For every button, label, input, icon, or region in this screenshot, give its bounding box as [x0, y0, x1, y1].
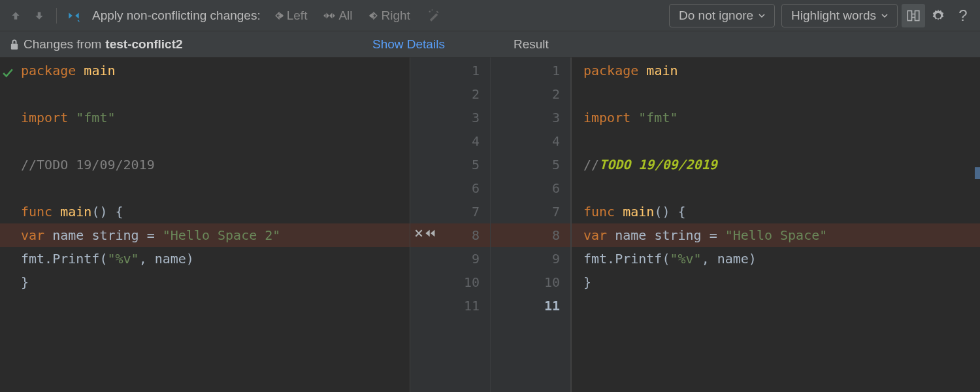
show-details-link[interactable]: Show Details: [372, 37, 445, 52]
svg-point-4: [936, 14, 940, 18]
left-code: package main import "fmt" //TODO 19/09/2…: [0, 57, 410, 294]
changes-from-prefix: Changes from: [24, 37, 101, 52]
merge-actions[interactable]: [414, 229, 436, 238]
ignore-dropdown[interactable]: Do not ignore: [669, 4, 775, 27]
scroll-marker: [975, 167, 980, 179]
chevron-down-icon: [759, 13, 765, 18]
diff-editor: package main import "fmt" //TODO 19/09/2…: [0, 57, 980, 392]
svg-rect-3: [915, 10, 919, 20]
svg-point-0: [429, 10, 431, 12]
apply-left-label: Left: [287, 8, 308, 23]
diff-tabbar: Changes from test-conflict2 Show Details…: [0, 31, 980, 57]
changes-from-tab: Changes from test-conflict2: [0, 37, 183, 52]
gear-icon: [931, 8, 945, 23]
merge-toolbar: Apply non-conflicting changes: Left All …: [0, 0, 980, 31]
apply-right-label: Right: [382, 8, 410, 23]
prev-diff-icon[interactable]: [5, 5, 26, 26]
apply-label: Apply non-conflicting changes:: [92, 8, 261, 23]
left-code-pane[interactable]: package main import "fmt" //TODO 19/09/2…: [0, 57, 410, 392]
line-gutter: 1 2 3 4 5 6 7 8 9 10 11 1 2 3 4 5 6: [410, 57, 571, 392]
changes-from-branch: test-conflict2: [105, 37, 182, 52]
apply-all-button[interactable]: All: [316, 6, 359, 25]
apply-right-button[interactable]: Right: [362, 6, 417, 25]
right-code: package main import "fmt" //TODO 19/09/2…: [572, 57, 980, 294]
checkmark-icon: [3, 61, 13, 85]
highlight-dropdown-label: Highlight words: [791, 8, 876, 23]
svg-rect-2: [907, 10, 911, 20]
result-tab: Result: [514, 37, 549, 52]
ignore-dropdown-label: Do not ignore: [679, 8, 753, 23]
gutter-right: 1 2 3 4 5 6 7 8 9 10 11: [490, 57, 570, 392]
apply-all-label: All: [338, 8, 352, 23]
reject-icon[interactable]: [414, 229, 423, 238]
help-button[interactable]: ?: [951, 4, 975, 27]
svg-point-1: [431, 9, 433, 10]
next-diff-icon[interactable]: [29, 5, 50, 26]
right-code-pane[interactable]: package main import "fmt" //TODO 19/09/2…: [571, 57, 980, 392]
magic-resolve-icon[interactable]: [423, 5, 444, 26]
gutter-left: 1 2 3 4 5 6 7 8 9 10 11: [410, 57, 490, 392]
sync-scroll-button[interactable]: [902, 4, 925, 27]
compare-icon[interactable]: [63, 5, 84, 26]
apply-left-button[interactable]: Left: [267, 6, 314, 25]
highlight-dropdown[interactable]: Highlight words: [781, 4, 898, 27]
lock-icon: [9, 39, 20, 50]
settings-button[interactable]: [926, 4, 950, 27]
accept-icon[interactable]: [425, 229, 436, 238]
separator: [56, 8, 57, 24]
chevron-down-icon: [881, 13, 888, 18]
svg-rect-5: [11, 43, 18, 49]
